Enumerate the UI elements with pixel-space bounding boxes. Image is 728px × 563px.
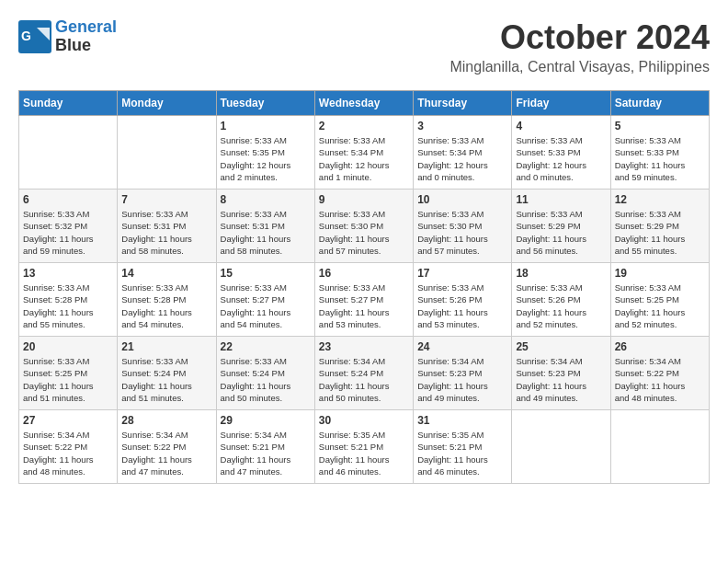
sunrise-text: Sunrise: 5:34 AM (417, 356, 483, 366)
sunset-text: Sunset: 5:33 PM (615, 147, 679, 157)
daylight-text: and 56 minutes. (516, 246, 578, 256)
sunrise-text: Sunrise: 5:33 AM (121, 282, 188, 293)
daylight-text: Daylight: 11 hours (23, 454, 94, 465)
daylight-text: and 48 minutes. (23, 466, 85, 477)
sunset-text: Sunset: 5:27 PM (221, 294, 285, 304)
calendar-table: SundayMondayTuesdayWednesdayThursdayFrid… (18, 90, 710, 484)
sunrise-text: Sunrise: 5:33 AM (23, 356, 89, 366)
day-number: 25 (516, 340, 606, 353)
day-info: Sunrise: 5:33 AMSunset: 5:28 PMDaylight:… (121, 282, 211, 330)
sunrise-text: Sunrise: 5:33 AM (121, 356, 188, 366)
day-info: Sunrise: 5:34 AMSunset: 5:22 PMDaylight:… (23, 429, 113, 477)
sunrise-text: Sunrise: 5:33 AM (417, 209, 483, 219)
calendar-cell: 31Sunrise: 5:35 AMSunset: 5:21 PMDayligh… (414, 410, 512, 484)
day-info: Sunrise: 5:33 AMSunset: 5:28 PMDaylight:… (23, 282, 113, 330)
daylight-text: and 54 minutes. (221, 319, 283, 329)
sunrise-text: Sunrise: 5:33 AM (23, 282, 89, 293)
daylight-text: Daylight: 11 hours (121, 454, 192, 465)
day-number: 9 (319, 193, 409, 206)
calendar-cell: 5Sunrise: 5:33 AMSunset: 5:33 PMDaylight… (610, 116, 709, 190)
day-info: Sunrise: 5:33 AMSunset: 5:34 PMDaylight:… (319, 134, 409, 183)
daylight-text: Daylight: 11 hours (319, 454, 390, 465)
sunrise-text: Sunrise: 5:33 AM (615, 135, 681, 145)
sunrise-text: Sunrise: 5:33 AM (221, 356, 287, 366)
day-info: Sunrise: 5:33 AMSunset: 5:25 PMDaylight:… (615, 282, 705, 330)
day-info: Sunrise: 5:33 AMSunset: 5:31 PMDaylight:… (221, 208, 311, 257)
col-header-tuesday: Tuesday (216, 91, 314, 116)
week-row-5: 27Sunrise: 5:34 AMSunset: 5:22 PMDayligh… (19, 410, 710, 484)
day-number: 10 (417, 193, 507, 206)
daylight-text: and 1 minute. (319, 172, 372, 182)
sunset-text: Sunset: 5:21 PM (319, 442, 383, 452)
daylight-text: Daylight: 12 hours (516, 160, 586, 170)
calendar-cell: 7Sunrise: 5:33 AMSunset: 5:31 PMDaylight… (118, 190, 216, 263)
day-info: Sunrise: 5:34 AMSunset: 5:24 PMDaylight:… (319, 355, 409, 404)
day-info: Sunrise: 5:34 AMSunset: 5:22 PMDaylight:… (615, 355, 705, 404)
daylight-text: Daylight: 11 hours (23, 381, 94, 391)
calendar-cell: 2Sunrise: 5:33 AMSunset: 5:34 PMDaylight… (314, 116, 413, 190)
daylight-text: Daylight: 11 hours (615, 160, 686, 170)
calendar-cell: 6Sunrise: 5:33 AMSunset: 5:32 PMDaylight… (19, 190, 118, 263)
day-info: Sunrise: 5:33 AMSunset: 5:24 PMDaylight:… (221, 355, 311, 404)
calendar-cell: 18Sunrise: 5:33 AMSunset: 5:26 PMDayligh… (512, 263, 610, 337)
daylight-text: and 50 minutes. (221, 393, 283, 403)
calendar-cell: 9Sunrise: 5:33 AMSunset: 5:30 PMDaylight… (314, 190, 413, 263)
day-number: 17 (417, 267, 507, 280)
day-info: Sunrise: 5:33 AMSunset: 5:26 PMDaylight:… (516, 282, 606, 330)
day-info: Sunrise: 5:33 AMSunset: 5:32 PMDaylight:… (23, 208, 113, 257)
calendar-cell: 8Sunrise: 5:33 AMSunset: 5:31 PMDaylight… (216, 190, 314, 263)
day-number: 28 (121, 414, 211, 427)
sunset-text: Sunset: 5:30 PM (417, 221, 482, 231)
daylight-text: and 58 minutes. (221, 246, 283, 256)
daylight-text: and 2 minutes. (221, 172, 278, 182)
day-info: Sunrise: 5:33 AMSunset: 5:27 PMDaylight:… (221, 282, 311, 330)
daylight-text: and 52 minutes. (516, 319, 578, 329)
daylight-text: Daylight: 11 hours (221, 454, 291, 465)
daylight-text: Daylight: 11 hours (417, 234, 488, 244)
day-number: 6 (23, 193, 113, 206)
day-info: Sunrise: 5:34 AMSunset: 5:22 PMDaylight:… (121, 429, 211, 477)
col-header-friday: Friday (512, 91, 610, 116)
daylight-text: Daylight: 11 hours (221, 381, 291, 391)
day-info: Sunrise: 5:35 AMSunset: 5:21 PMDaylight:… (417, 429, 507, 477)
sunset-text: Sunset: 5:24 PM (319, 368, 383, 378)
calendar-cell: 28Sunrise: 5:34 AMSunset: 5:22 PMDayligh… (118, 410, 216, 484)
day-number: 30 (319, 414, 409, 427)
daylight-text: and 52 minutes. (615, 319, 677, 329)
calendar-cell: 22Sunrise: 5:33 AMSunset: 5:24 PMDayligh… (216, 337, 314, 410)
sunset-text: Sunset: 5:26 PM (516, 294, 580, 304)
daylight-text: and 53 minutes. (319, 319, 381, 329)
daylight-text: Daylight: 11 hours (516, 234, 586, 244)
day-info: Sunrise: 5:33 AMSunset: 5:29 PMDaylight:… (516, 208, 606, 257)
day-info: Sunrise: 5:34 AMSunset: 5:21 PMDaylight:… (221, 429, 311, 477)
daylight-text: Daylight: 11 hours (319, 234, 390, 244)
sunset-text: Sunset: 5:25 PM (615, 294, 679, 304)
day-info: Sunrise: 5:33 AMSunset: 5:33 PMDaylight:… (516, 134, 606, 183)
daylight-text: and 0 minutes. (417, 172, 474, 182)
daylight-text: Daylight: 11 hours (417, 381, 488, 391)
daylight-text: and 50 minutes. (319, 393, 381, 403)
day-number: 12 (615, 193, 705, 206)
sunrise-text: Sunrise: 5:34 AM (221, 430, 287, 440)
day-info: Sunrise: 5:33 AMSunset: 5:30 PMDaylight:… (417, 208, 507, 257)
day-number: 21 (121, 340, 211, 353)
day-number: 15 (221, 267, 311, 280)
sunset-text: Sunset: 5:28 PM (121, 294, 186, 304)
daylight-text: and 47 minutes. (121, 466, 184, 477)
sunset-text: Sunset: 5:22 PM (615, 368, 679, 378)
daylight-text: and 51 minutes. (121, 393, 184, 403)
calendar-cell: 25Sunrise: 5:34 AMSunset: 5:23 PMDayligh… (512, 337, 610, 410)
daylight-text: and 59 minutes. (23, 246, 85, 256)
sunset-text: Sunset: 5:34 PM (417, 147, 482, 157)
daylight-text: Daylight: 11 hours (23, 234, 94, 244)
day-number: 8 (221, 193, 311, 206)
sunrise-text: Sunrise: 5:34 AM (121, 430, 188, 440)
daylight-text: Daylight: 11 hours (319, 307, 390, 317)
sunrise-text: Sunrise: 5:33 AM (319, 135, 385, 145)
sunset-text: Sunset: 5:30 PM (319, 221, 383, 231)
day-info: Sunrise: 5:35 AMSunset: 5:21 PMDaylight:… (319, 429, 409, 477)
calendar-cell: 13Sunrise: 5:33 AMSunset: 5:28 PMDayligh… (19, 263, 118, 337)
sunset-text: Sunset: 5:24 PM (221, 368, 285, 378)
sunset-text: Sunset: 5:29 PM (615, 221, 679, 231)
sunrise-text: Sunrise: 5:33 AM (417, 135, 483, 145)
